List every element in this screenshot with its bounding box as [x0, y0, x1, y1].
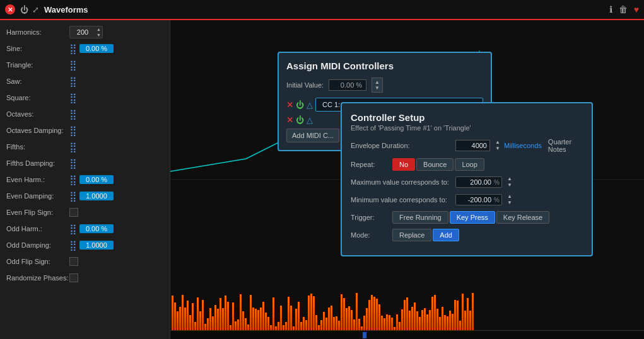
bar [182, 295, 184, 330]
repeat-row: Repeat: No Bounce Loop [351, 158, 583, 171]
bar [341, 294, 342, 330]
expand-icon[interactable]: ⤢ [32, 5, 39, 14]
bar [212, 316, 214, 330]
bar [371, 295, 373, 330]
ctrl-power-icon-1[interactable]: ⏻ [296, 100, 304, 110]
trigger-keypress-button[interactable]: Key Press [450, 211, 495, 224]
power-icon[interactable]: ⏻ [20, 5, 28, 14]
even-harm-value: 0.00 % [79, 175, 114, 184]
even-harm-knob[interactable]: ⣿ [69, 174, 77, 186]
bar [421, 310, 423, 330]
bar [222, 308, 224, 330]
ctrl-remove-icon-1[interactable]: ✕ [286, 100, 293, 110]
bar [232, 302, 234, 330]
close-button[interactable]: ✕ [5, 4, 15, 14]
max-value-unit: % [494, 179, 501, 186]
bar [267, 317, 269, 330]
bar [179, 307, 181, 330]
bar [325, 318, 327, 330]
trigger-row: Trigger: Free Running Key Press Key Rele… [351, 211, 583, 224]
octaves-knob[interactable]: ⣿ [69, 108, 77, 120]
main-area: Harmonics: ▲▼ Sine: ⣿ 0.00 % Triangle: ⣿… [0, 20, 644, 339]
max-value-input-box[interactable]: % [455, 176, 502, 188]
triangle-row: Triangle: ⣿ [6, 58, 163, 72]
trigger-free-button[interactable]: Free Running [392, 211, 448, 224]
initial-value-input[interactable] [329, 79, 366, 91]
square-knob[interactable]: ⣿ [69, 92, 77, 104]
mode-row: Mode: Replace Add [351, 229, 583, 241]
min-value-input-box[interactable]: % [455, 194, 502, 205]
bar [409, 311, 411, 330]
ctrl-shape-icon-1[interactable]: △ [307, 100, 313, 110]
bar [343, 298, 345, 330]
fifths-row: Fifths: ⣿ [6, 140, 163, 154]
bar [199, 311, 201, 330]
bar [414, 302, 416, 330]
bar [356, 293, 358, 330]
ctrl-remove-icon-2[interactable]: ✕ [286, 115, 293, 125]
even-flip-checkbox[interactable] [69, 208, 78, 217]
bar [366, 308, 368, 330]
max-value-spin[interactable]: ▲▼ [507, 176, 512, 188]
harmonics-arrows[interactable]: ▲▼ [95, 26, 102, 38]
envelope-duration-input[interactable] [455, 140, 490, 151]
harmonics-spinbox[interactable]: ▲▼ [69, 26, 103, 38]
bar [318, 325, 320, 331]
bar [431, 297, 433, 330]
odd-harm-knob[interactable]: ⣿ [69, 223, 77, 235]
min-value-input[interactable] [456, 195, 494, 205]
initial-value-spin[interactable]: ▲ ▼ [372, 78, 383, 93]
mode-replace-button[interactable]: Replace [392, 229, 431, 241]
max-value-input[interactable] [456, 177, 494, 187]
ctrl-shape-icon-2[interactable]: △ [307, 115, 313, 125]
bar [278, 322, 279, 330]
harmonics-input[interactable] [70, 28, 95, 36]
mode-add-button[interactable]: Add [433, 229, 459, 241]
octaves-damping-label: Octaves Damping: [6, 127, 69, 134]
octaves-damping-knob[interactable]: ⣿ [69, 125, 77, 137]
milliseconds-link[interactable]: Milliseconds [504, 142, 542, 149]
bar [386, 314, 388, 330]
bar [209, 308, 211, 330]
odd-damping-knob[interactable]: ⣿ [69, 239, 77, 251]
odd-flip-checkbox[interactable] [69, 257, 78, 266]
controller-setup-dialog: Controller Setup Effect of 'Passing Time… [341, 102, 593, 256]
bar [401, 309, 403, 330]
bar [416, 311, 418, 330]
fifths-damping-row: Fifths Damping: ⣿ [6, 156, 163, 170]
repeat-no-button[interactable]: No [392, 158, 415, 171]
sine-knob[interactable]: ⣿ [69, 43, 77, 55]
fifths-knob[interactable]: ⣿ [69, 141, 77, 153]
progress-bar[interactable] [170, 330, 644, 339]
bar [353, 319, 355, 330]
triangle-knob[interactable]: ⣿ [69, 59, 77, 71]
title-bar: ✕ ⏻ ⤢ Waveforms ℹ 🗑 ♥ [0, 0, 644, 20]
bar [250, 295, 252, 330]
envelope-duration-spin[interactable]: ▲▼ [495, 139, 500, 152]
sine-row: Sine: ⣿ 0.00 % [6, 42, 163, 55]
randomize-checkbox[interactable] [69, 273, 78, 282]
bar [464, 311, 466, 330]
bar [457, 301, 459, 330]
bar [303, 317, 305, 330]
trigger-keyrelease-button[interactable]: Key Release [496, 211, 549, 224]
odd-damping-label: Odd Damping: [6, 241, 69, 249]
fifths-damping-knob[interactable]: ⣿ [69, 158, 77, 170]
bar [305, 320, 307, 330]
min-value-spin[interactable]: ▲▼ [507, 193, 512, 206]
heart-icon[interactable]: ♥ [634, 4, 639, 14]
harmonics-row: Harmonics: ▲▼ [6, 25, 163, 39]
ctrl-power-icon-2[interactable]: ⏻ [296, 115, 304, 125]
add-midi-button[interactable]: Add MIDI C... [286, 129, 339, 142]
info-icon[interactable]: ℹ [609, 4, 612, 14]
even-damping-knob[interactable]: ⣿ [69, 190, 77, 202]
saw-row: Saw: ⣿ [6, 74, 163, 88]
saw-knob[interactable]: ⣿ [69, 76, 77, 88]
repeat-loop-button[interactable]: Loop [455, 158, 484, 171]
bar [363, 316, 365, 330]
progress-indicator [363, 332, 366, 338]
repeat-bounce-button[interactable]: Bounce [416, 158, 454, 171]
trash-icon[interactable]: 🗑 [619, 4, 628, 14]
harmonics-label: Harmonics: [6, 28, 69, 36]
sine-value: 0.00 % [79, 44, 114, 53]
